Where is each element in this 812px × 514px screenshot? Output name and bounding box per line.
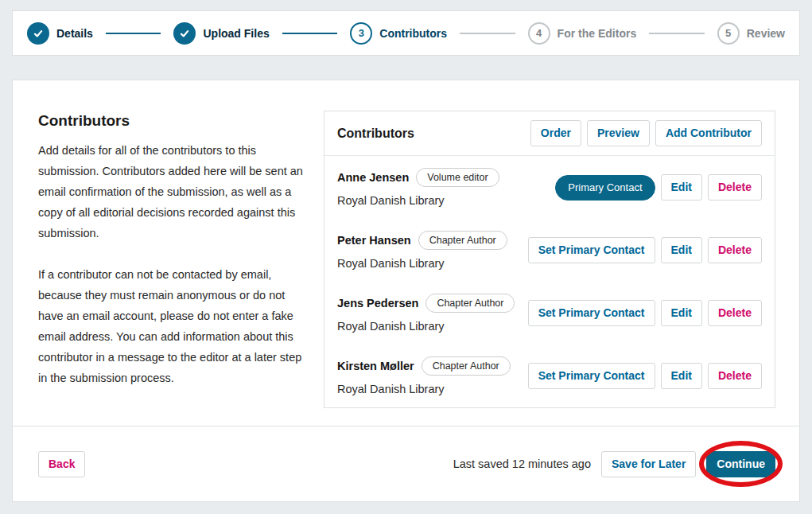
contributor-actions: Primary Contact Edit Delete xyxy=(555,174,762,201)
stepper-steps: Details Upload Files 3 Contributors 4 Fo… xyxy=(27,22,785,45)
contributor-name: Anne Jensen xyxy=(337,171,409,184)
step-label: Review xyxy=(747,27,785,40)
step-status-icon: 5 xyxy=(717,22,740,45)
step-connector xyxy=(460,33,515,34)
preview-button[interactable]: Preview xyxy=(587,120,650,146)
contributor-role-badge: Chapter Author xyxy=(425,294,515,313)
back-button[interactable]: Back xyxy=(38,451,85,477)
edit-button[interactable]: Edit xyxy=(661,300,702,326)
contributors-card-actions: Order Preview Add Contributor xyxy=(530,120,762,146)
step-label: Upload Files xyxy=(203,27,269,40)
contributor-row: Jens Pedersen Chapter Author Royal Danis… xyxy=(324,282,775,345)
step-for-the-editors[interactable]: 4 For the Editors xyxy=(528,22,637,45)
step-label: For the Editors xyxy=(558,27,637,40)
contributor-actions: Set Primary Contact Edit Delete xyxy=(528,237,762,263)
set-primary-contact-button[interactable]: Set Primary Contact xyxy=(528,237,655,263)
step-connector xyxy=(106,33,161,34)
order-button[interactable]: Order xyxy=(530,120,581,146)
contributor-affiliation: Royal Danish Library xyxy=(337,320,515,333)
edit-button[interactable]: Edit xyxy=(661,174,702,201)
contributor-name: Kirsten Møller xyxy=(337,360,414,372)
step-label: Details xyxy=(56,27,93,40)
last-saved-status: Last saved 12 minutes ago xyxy=(453,458,591,470)
submission-stepper: Details Upload Files 3 Contributors 4 Fo… xyxy=(12,10,800,56)
step-connector xyxy=(282,33,338,34)
contributor-row: Anne Jensen Volume editor Royal Danish L… xyxy=(324,156,775,219)
contributor-row: Kirsten Møller Chapter Author Royal Dani… xyxy=(324,345,775,407)
contributor-role-badge: Chapter Author xyxy=(422,356,511,376)
contributors-card: Contributors Order Preview Add Contribut… xyxy=(324,111,775,408)
step-details[interactable]: Details xyxy=(27,22,93,45)
check-icon xyxy=(173,22,196,45)
contributor-name: Peter Hansen xyxy=(337,234,411,247)
save-for-later-button[interactable]: Save for Later xyxy=(601,451,696,477)
primary-contact-badge[interactable]: Primary Contact xyxy=(555,175,655,201)
contributor-actions: Set Primary Contact Edit Delete xyxy=(528,363,762,389)
step-status-icon: 4 xyxy=(528,22,550,45)
step-contributors[interactable]: 3 Contributors xyxy=(350,22,447,45)
contributor-affiliation: Royal Danish Library xyxy=(337,194,499,207)
contributor-info: Kirsten Møller Chapter Author Royal Dani… xyxy=(337,356,511,395)
delete-button[interactable]: Delete xyxy=(708,363,762,389)
contributor-role-badge: Volume editor xyxy=(416,168,499,187)
contributors-card-title: Contributors xyxy=(337,127,414,141)
step-connector xyxy=(649,33,705,34)
contributor-affiliation: Royal Danish Library xyxy=(337,257,507,270)
contributor-affiliation: Royal Danish Library xyxy=(337,383,511,395)
edit-button[interactable]: Edit xyxy=(661,363,702,389)
delete-button[interactable]: Delete xyxy=(708,174,762,201)
contributor-info: Anne Jensen Volume editor Royal Danish L… xyxy=(337,168,499,207)
description-paragraph: If a contributor can not be contacted by… xyxy=(38,264,310,388)
contributor-actions: Set Primary Contact Edit Delete xyxy=(528,300,762,326)
contributor-name: Jens Pedersen xyxy=(337,297,418,310)
delete-button[interactable]: Delete xyxy=(708,300,762,326)
add-contributor-button[interactable]: Add Contributor xyxy=(655,120,762,146)
step-content: Contributors Add details for all of the … xyxy=(13,80,799,409)
contributors-card-header: Contributors Order Preview Add Contribut… xyxy=(324,111,775,156)
contributor-info: Jens Pedersen Chapter Author Royal Danis… xyxy=(337,294,515,333)
contributor-list: Anne Jensen Volume editor Royal Danish L… xyxy=(324,156,775,407)
contributors-step-panel: Contributors Add details for all of the … xyxy=(12,80,800,502)
footer-right-group: Last saved 12 minutes ago Save for Later… xyxy=(453,451,775,477)
step-upload-files[interactable]: Upload Files xyxy=(173,22,269,45)
section-title: Contributors xyxy=(38,112,310,130)
contributor-row: Peter Hansen Chapter Author Royal Danish… xyxy=(324,219,775,282)
wizard-footer: Back Last saved 12 minutes ago Save for … xyxy=(13,426,799,501)
contributor-info: Peter Hansen Chapter Author Royal Danish… xyxy=(337,231,507,270)
set-primary-contact-button[interactable]: Set Primary Contact xyxy=(528,300,655,326)
set-primary-contact-button[interactable]: Set Primary Contact xyxy=(528,363,655,389)
description-paragraph: Add details for all of the contributors … xyxy=(38,140,310,243)
continue-button-wrap: Continue xyxy=(706,451,775,477)
contributor-role-badge: Chapter Author xyxy=(418,231,507,250)
step-status-icon: 3 xyxy=(350,22,372,45)
continue-button[interactable]: Continue xyxy=(706,451,775,477)
delete-button[interactable]: Delete xyxy=(708,237,762,263)
check-icon xyxy=(27,22,49,45)
step-review[interactable]: 5 Review xyxy=(717,22,785,45)
step-label: Contributors xyxy=(379,27,447,40)
edit-button[interactable]: Edit xyxy=(661,237,702,263)
step-description: Contributors Add details for all of the … xyxy=(38,111,310,409)
